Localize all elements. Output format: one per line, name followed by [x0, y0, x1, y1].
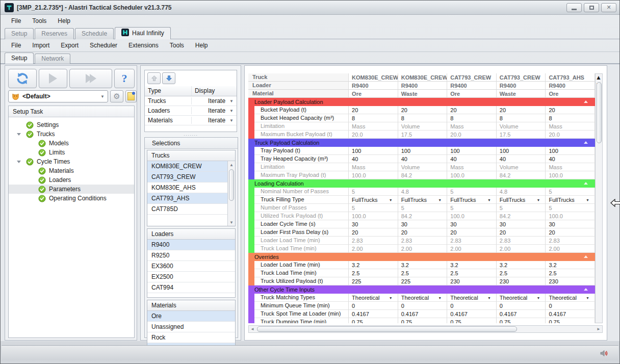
grid-cell[interactable]: Theoretical▼ [546, 294, 595, 302]
grid-cell[interactable]: 0.75 [349, 318, 398, 323]
tree-item-models[interactable]: Models [9, 139, 134, 148]
grid-cell[interactable]: 225 [398, 277, 448, 285]
display-dropdown[interactable]: Iterate▼ [192, 107, 237, 114]
grid-horizontal-scrollbar[interactable]: ◄ ► [248, 325, 603, 333]
grid-cell[interactable]: 0.4167 [398, 310, 448, 318]
grid-cell[interactable]: 100 [398, 147, 448, 155]
grid-cell[interactable]: 20 [497, 228, 546, 237]
grid-cell[interactable]: 0.75 [447, 318, 497, 323]
list-item-kom830e-ahs[interactable]: KOM830E_AHS [147, 183, 227, 193]
tab-network[interactable]: Network [35, 54, 70, 64]
grid-cell[interactable]: 20 [398, 228, 448, 237]
tree-item-cycle-times[interactable]: Cycle Times [9, 157, 134, 166]
grid-cell[interactable]: 3.2 [447, 261, 497, 269]
run-all-button[interactable] [69, 69, 112, 88]
grid-cell[interactable]: 2.5 [349, 269, 398, 277]
minimize-icon[interactable] [566, 3, 582, 12]
grid-cell[interactable]: 30 [497, 220, 546, 228]
menu-item-file[interactable]: File [6, 16, 27, 26]
grid-cell[interactable]: 0 [349, 302, 398, 310]
grid-cell[interactable]: 3.2 [546, 261, 595, 269]
grid-cell[interactable]: 20 [398, 106, 448, 114]
tree-item-loaders[interactable]: Loaders [9, 175, 134, 185]
scroll-left-icon[interactable]: ◄ [249, 327, 256, 331]
list-item-ore[interactable]: Ore [147, 311, 235, 322]
tab-reserves[interactable]: Reserves [35, 28, 74, 39]
scroll-up-icon[interactable]: ▲ [228, 161, 235, 168]
menu-item-help[interactable]: Help [52, 16, 76, 26]
grid-cell[interactable]: FullTrucks▼ [546, 196, 595, 204]
tab-haul-infinity[interactable]: Haul Infinity [115, 27, 171, 39]
grid-cell[interactable]: 40 [447, 155, 497, 163]
grid-cell[interactable]: FullTrucks▼ [349, 196, 398, 204]
menu-item-import[interactable]: Import [27, 40, 55, 50]
tree-item-settings[interactable]: Settings [9, 120, 134, 129]
grid-cell[interactable]: 230 [447, 277, 497, 285]
grid-cell[interactable]: 0 [447, 302, 497, 310]
grid-cell[interactable]: 0 [546, 302, 595, 310]
list-item-cat785d[interactable]: CAT785D [147, 204, 227, 215]
menu-item-help[interactable]: Help [190, 40, 214, 50]
expander-icon[interactable] [17, 161, 21, 163]
move-down-button[interactable] [162, 72, 175, 84]
section-header-loading-calculation[interactable]: Loading Calculation [248, 179, 595, 188]
grid-cell[interactable]: 3.2 [497, 261, 546, 269]
list-item-cat793-ahs[interactable]: CAT793_AHS [147, 193, 227, 204]
move-up-button[interactable] [147, 72, 161, 84]
grid-cell[interactable]: 0.75 [546, 318, 595, 323]
grid-cell[interactable]: 20 [447, 106, 497, 114]
scroll-right-icon[interactable]: ► [595, 327, 602, 331]
grid-cell[interactable]: 8 [546, 114, 595, 122]
section-header-loader-payload-calculation[interactable]: Loader Payload Calculation [248, 98, 595, 106]
grid-cell[interactable]: FullTrucks▼ [398, 196, 448, 204]
tree-item-operating-conditions[interactable]: Operating Conditions [9, 194, 134, 203]
refresh-button[interactable] [8, 69, 37, 88]
notes-button[interactable] [125, 90, 137, 102]
help-button[interactable]: ? [114, 69, 135, 88]
section-header-truck-payload-calculation[interactable]: Truck Payload Calculation [248, 139, 595, 147]
grid-cell[interactable]: 40 [349, 155, 398, 163]
grid-cell[interactable]: 20 [447, 228, 497, 237]
grid-cell[interactable]: 30 [546, 220, 595, 228]
grid-cell[interactable]: Theoretical▼ [398, 294, 448, 302]
grid-cell[interactable]: 100 [497, 147, 546, 155]
grid-cell[interactable]: 8 [447, 114, 497, 122]
tab-setup[interactable]: Setup [5, 53, 34, 64]
grid-cell[interactable]: 0.4167 [349, 310, 398, 318]
grid-cell[interactable]: Theoretical▼ [497, 294, 546, 302]
list-item-r9400[interactable]: R9400 [147, 240, 235, 250]
display-dropdown[interactable]: Iterate▼ [192, 117, 237, 124]
close-icon[interactable]: ✕ [601, 3, 616, 12]
preset-dropdown[interactable]: <Default> ▼ [8, 90, 108, 102]
grid-cell[interactable]: 8 [398, 114, 448, 122]
grid-cell[interactable]: Theoretical▼ [349, 294, 398, 302]
grid-cell[interactable]: 2.5 [497, 269, 546, 277]
run-button[interactable] [39, 69, 67, 88]
grid-cell[interactable]: 0.75 [398, 318, 448, 323]
grid-cell[interactable]: 3.2 [398, 261, 448, 269]
list-item-kom830e-crew[interactable]: KOM830E_CREW [147, 161, 227, 172]
grid-cell[interactable]: 0 [497, 302, 546, 310]
menu-item-file[interactable]: File [6, 40, 27, 50]
grid-cell[interactable]: 0.4167 [447, 310, 497, 318]
list-item-cat793-crew[interactable]: CAT793_CREW [147, 172, 227, 183]
menu-item-scheduler[interactable]: Scheduler [84, 40, 123, 50]
speaker-icon[interactable] [600, 349, 608, 359]
tab-setup[interactable]: Setup [5, 28, 34, 39]
grid-cell[interactable]: 2.5 [546, 269, 595, 277]
list-item-cat994[interactable]: CAT994 [147, 282, 235, 293]
grid-cell[interactable]: 30 [447, 220, 497, 228]
grid-cell[interactable]: 30 [398, 220, 448, 228]
list-item-unassigned[interactable]: Unassigned [147, 322, 235, 332]
list-item-r9250[interactable]: R9250 [147, 250, 235, 261]
grid-cell[interactable]: 0.75 [497, 318, 546, 323]
grid-cell[interactable]: 230 [497, 277, 546, 285]
grid-cell[interactable]: 230 [546, 277, 595, 285]
grid-cell[interactable]: 2.5 [447, 269, 497, 277]
grid-cell[interactable]: 100 [447, 147, 497, 155]
grid-cell[interactable]: FullTrucks▼ [497, 196, 546, 204]
grid-cell[interactable]: 40 [546, 155, 595, 163]
grid-cell[interactable]: 2.5 [398, 269, 448, 277]
scroll-down-icon[interactable]: ▼ [228, 219, 235, 226]
list-item-ex3600[interactable]: EX3600 [147, 261, 235, 272]
